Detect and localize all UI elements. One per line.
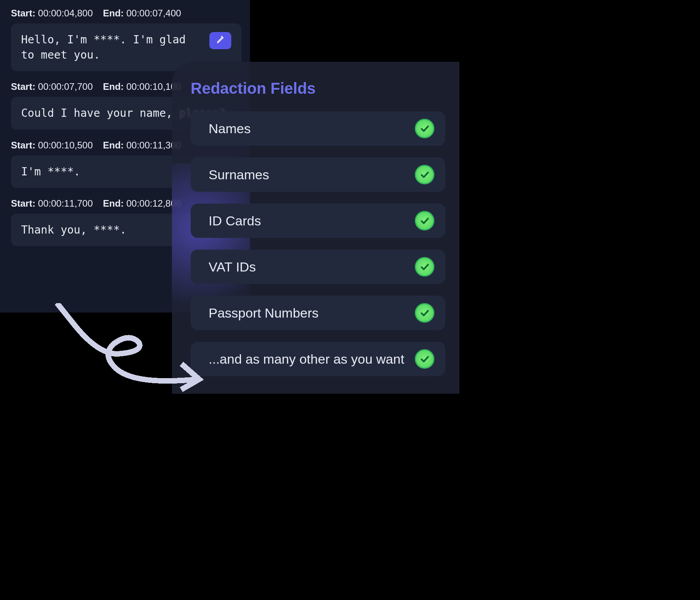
end-label: End: [103, 198, 123, 209]
redaction-field-label: VAT IDs [209, 259, 256, 275]
checkmark-icon [415, 165, 434, 184]
redaction-title: Redaction Fields [191, 80, 445, 97]
redaction-field[interactable]: ID Cards [191, 204, 445, 238]
start-group: Start: 00:00:10,500 [11, 140, 93, 151]
end-group: End: 00:00:11,300 [103, 140, 181, 151]
start-label: Start: [11, 140, 36, 150]
start-time: 00:00:07,700 [38, 81, 93, 92]
start-time: 00:00:11,700 [38, 198, 93, 209]
end-label: End: [103, 140, 123, 150]
segment-times: Start: 00:00:04,800 End: 00:00:07,400 [11, 8, 241, 19]
redaction-field-label: ...and as many other as you want [209, 352, 404, 367]
redaction-field-label: Passport Numbers [209, 305, 319, 321]
redaction-field[interactable]: ...and as many other as you want [191, 342, 445, 376]
pencil-icon [216, 36, 225, 46]
end-label: End: [103, 81, 123, 92]
end-label: End: [103, 8, 123, 18]
checkmark-icon [415, 257, 434, 277]
checkmark-icon [415, 211, 434, 230]
start-group: Start: 00:00:04,800 [11, 8, 93, 19]
redaction-field[interactable]: Passport Numbers [191, 296, 445, 330]
transcript-text: Hello, I'm ****. I'm glad to meet you. [21, 32, 202, 62]
end-time: 00:00:07,400 [126, 8, 181, 18]
end-group: End: 00:00:12,800 [103, 198, 181, 209]
end-group: End: 00:00:07,400 [103, 8, 181, 19]
redaction-field-label: Surnames [209, 167, 269, 182]
start-time: 00:00:10,500 [38, 140, 93, 150]
redaction-field-label: ID Cards [209, 213, 261, 229]
checkmark-icon [415, 303, 434, 323]
end-group: End: 00:00:10,100 [103, 81, 181, 92]
start-label: Start: [11, 198, 36, 209]
redaction-field[interactable]: VAT IDs [191, 250, 445, 284]
redaction-field[interactable]: Surnames [191, 157, 445, 192]
start-group: Start: 00:00:11,700 [11, 198, 93, 209]
redaction-field-label: Names [209, 121, 251, 136]
redaction-field[interactable]: Names [191, 111, 445, 146]
redaction-panel: Redaction Fields Names Surnames ID Cards… [172, 62, 459, 394]
checkmark-icon [415, 119, 434, 138]
edit-button[interactable] [209, 32, 231, 49]
start-label: Start: [11, 8, 36, 18]
start-label: Start: [11, 81, 36, 92]
start-time: 00:00:04,800 [38, 8, 93, 18]
checkmark-icon [415, 349, 434, 369]
start-group: Start: 00:00:07,700 [11, 81, 93, 92]
stage: Start: 00:00:04,800 End: 00:00:07,400 He… [0, 0, 459, 394]
